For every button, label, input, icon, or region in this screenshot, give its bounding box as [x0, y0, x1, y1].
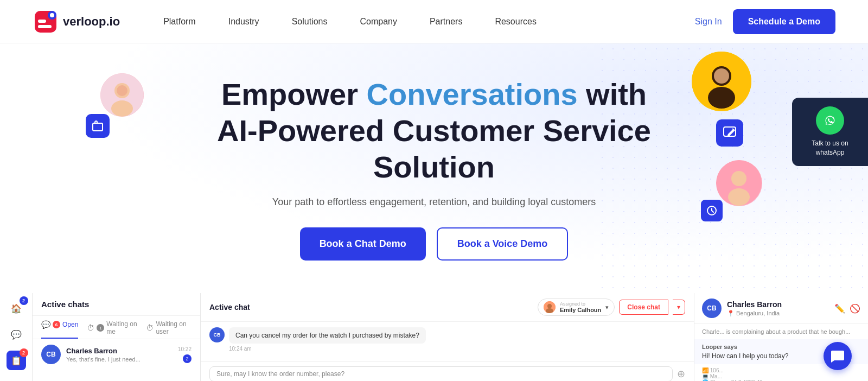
sidebar-badge-active: 2 — [20, 348, 28, 357]
contact-actions: ✏️ 🚫 — [834, 303, 860, 314]
assigned-info: Assigned to Emily Calhoun — [560, 301, 601, 313]
whatsapp-icon — [816, 106, 844, 135]
hero-title: Empower Conversations with AI-Powered Cu… — [190, 76, 678, 186]
active-chats-header: Active chats — [33, 293, 200, 316]
active-chat-header: Active chat Assigned to Emily Calhoun — [201, 293, 694, 322]
nav-resources[interactable]: Resources — [495, 17, 536, 27]
hero-title-highlight: Conversations — [367, 77, 578, 111]
nav-platform[interactable]: Platform — [163, 17, 196, 27]
hero-section: Talk to us on whatsApp Empower Conversat… — [0, 43, 868, 293]
contact-name: Charles Barron — [727, 300, 782, 309]
main-nav: Platform Industry Solutions Company Part… — [163, 17, 695, 27]
hero-buttons: Book a Chat Demo Book a Voice Demo — [300, 227, 569, 261]
tab-waiting-me[interactable]: ⏱ 1 Waiting on me — [87, 320, 137, 339]
logo-area[interactable]: verloop.io — [33, 9, 120, 35]
location-icon: 📍 — [727, 310, 735, 316]
tab-waitme-badge: 1 — [97, 324, 104, 332]
icon-badge-right-bottom — [701, 200, 723, 221]
assigned-avatar — [544, 301, 556, 313]
hero-title-part2: with — [578, 77, 647, 111]
whatsapp-float-button[interactable]: Talk to us on whatsApp — [792, 98, 868, 166]
hero-subtitle: Your path to effortless engagement, rete… — [272, 196, 596, 208]
svg-point-19 — [822, 112, 838, 129]
svg-rect-9 — [93, 123, 103, 131]
nav-solutions[interactable]: Solutions — [292, 17, 328, 27]
chat-item-time: 10:22 — [178, 346, 192, 352]
chat-item-avatar: CB — [41, 345, 61, 364]
chat-item-preview: Yes, that's fine. I just need... — [66, 356, 173, 363]
header-actions: Sign In Schedule a Demo — [695, 9, 835, 34]
edit-contact-icon[interactable]: ✏️ — [834, 303, 845, 314]
close-chat-button[interactable]: Close chat — [619, 300, 668, 315]
chat-widget-button[interactable] — [824, 342, 852, 370]
edit-icon-badge — [716, 119, 743, 147]
sidebar-icon-active[interactable]: 2 📋 — [7, 351, 26, 370]
sidebar-badge-notifications: 2 — [20, 296, 28, 305]
tab-open[interactable]: 💬 6 Open — [41, 320, 78, 339]
svg-point-16 — [731, 171, 746, 186]
chat-item-name: Charles Barron — [66, 347, 173, 355]
sidebar-icon-home[interactable]: 2 🏠 — [7, 299, 26, 318]
assigned-chevron-icon: ▾ — [605, 304, 609, 311]
nav-company[interactable]: Company — [360, 17, 397, 27]
active-chats-panel: Active chats 💬 6 Open ⏱ 1 Waiting on me … — [33, 293, 201, 381]
active-chat-title: Active chat — [209, 303, 250, 312]
hero-title-line2: AI-Powered Customer Service Solution — [217, 113, 651, 184]
block-contact-icon[interactable]: 🚫 — [850, 303, 860, 314]
svg-rect-2 — [38, 25, 52, 28]
active-chat-panel: Active chat Assigned to Emily Calhoun — [201, 293, 694, 381]
contact-preview: Charle... is complaining about a product… — [694, 324, 868, 339]
contact-panel-header: CB Charles Barron 📍 Bengaluru, India ✏️ … — [694, 293, 868, 324]
close-chat-arrow-button[interactable]: ▾ — [673, 300, 685, 315]
chat-tabs: 💬 6 Open ⏱ 1 Waiting on me ⏱ Waiting on … — [33, 316, 200, 339]
sign-in-button[interactable]: Sign In — [695, 17, 722, 27]
svg-point-17 — [728, 188, 750, 206]
tab-open-badge: 6 — [53, 321, 60, 328]
logo-text: verloop.io — [63, 15, 120, 29]
header: verloop.io Platform Industry Solutions C… — [0, 0, 868, 43]
contact-location: 📍 Bengaluru, India — [727, 310, 782, 317]
tab-waituser-label: Waiting on user — [156, 320, 192, 335]
contact-avatar: CB — [702, 299, 722, 318]
svg-point-7 — [111, 100, 133, 117]
assigned-badge[interactable]: Assigned to Emily Calhoun ▾ — [538, 299, 615, 316]
floating-avatar-2 — [692, 52, 751, 111]
tab-waiting-user[interactable]: ⏱ Waiting on user — [146, 320, 192, 339]
tab-open-icon: 💬 — [41, 320, 50, 329]
chat-item-meta: 10:22 2 — [178, 346, 192, 363]
chat-item-info: Charles Barron Yes, that's fine. I just … — [66, 347, 173, 363]
contact-info-device: 💻 Ma... — [702, 373, 860, 379]
chat-messages: CB Can you cancel my order for the watch… — [201, 322, 694, 361]
svg-point-8 — [117, 85, 127, 96]
svg-point-12 — [708, 87, 735, 109]
chat-demo-section: 2 🏠 💬 2 📋 Active chats 💬 6 Open ⏱ 1 — [0, 293, 868, 381]
message-avatar: CB — [209, 327, 225, 342]
svg-point-13 — [714, 68, 729, 84]
svg-point-21 — [547, 304, 552, 308]
nav-industry[interactable]: Industry — [228, 17, 259, 27]
message-input[interactable]: Sure, may I know the order number, pleas… — [209, 366, 673, 381]
verloop-logo-icon — [33, 9, 59, 35]
icon-badge-left — [86, 114, 110, 138]
message-content: Can you cancel my order for the watch I … — [229, 327, 426, 344]
tab-waituser-icon: ⏱ — [146, 323, 154, 332]
tab-waitme-label: Waiting on me — [106, 320, 137, 335]
book-chat-demo-button[interactable]: Book a Chat Demo — [300, 227, 426, 261]
send-icon[interactable]: ⊕ — [677, 368, 685, 380]
svg-point-4 — [50, 13, 54, 17]
chat-list-item[interactable]: CB Charles Barron Yes, that's fine. I ju… — [33, 339, 200, 370]
chat-item-count: 2 — [183, 354, 192, 363]
tab-open-label: Open — [62, 321, 78, 328]
message-time: 10:24 am — [229, 346, 426, 352]
assigned-label: Assigned to — [560, 301, 601, 307]
message-bubble: CB Can you cancel my order for the watch… — [209, 327, 685, 352]
svg-rect-1 — [38, 20, 46, 23]
nav-partners[interactable]: Partners — [430, 17, 462, 27]
sidebar-icon-chats[interactable]: 💬 — [7, 325, 26, 344]
tab-waitme-icon: ⏱ — [87, 323, 94, 332]
floating-avatar-3 — [716, 160, 762, 206]
assigned-name: Emily Calhoun — [560, 307, 601, 313]
hero-title-part1: Empower — [221, 77, 367, 111]
book-voice-demo-button[interactable]: Book a Voice Demo — [437, 227, 569, 261]
schedule-demo-button[interactable]: Schedule a Demo — [733, 9, 835, 34]
